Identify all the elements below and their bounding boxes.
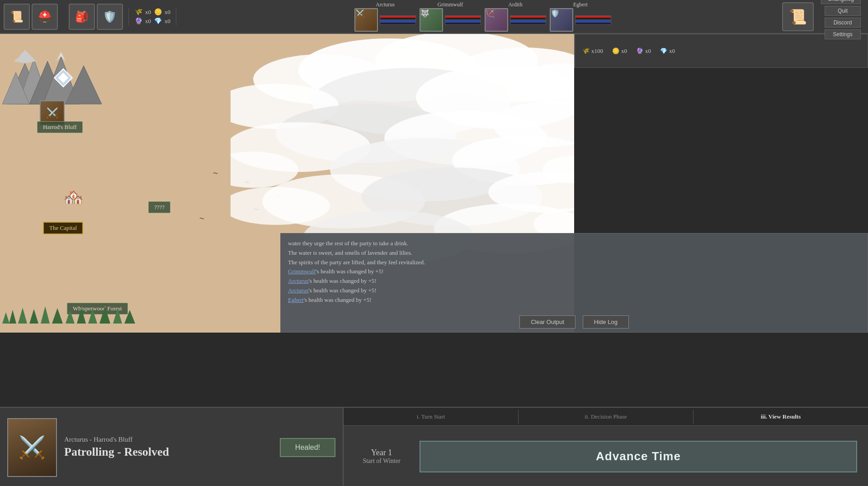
- egbert-mp-blue: [576, 21, 611, 23]
- bottom-char-dash: -: [90, 436, 94, 443]
- bird-3: 〜: [254, 206, 259, 214]
- forest-svg: [0, 283, 181, 328]
- capital-label[interactable]: The Capital: [43, 222, 83, 234]
- changelog-button[interactable]: Changelog: [821, 0, 861, 4]
- settings-button[interactable]: Settings: [825, 29, 861, 39]
- discord-button[interactable]: Discord: [825, 18, 861, 28]
- ardith-row: 🏹: [485, 8, 546, 32]
- log-line-4: Grimmwulf's health was changed by +5!: [288, 267, 860, 276]
- scroll-icon-btn[interactable]: 📜: [782, 2, 814, 31]
- bird-1: 〜: [213, 170, 218, 178]
- svg-marker-16: [99, 306, 110, 324]
- character-card-grimmwulf[interactable]: Grimmwulf 🐺: [420, 1, 481, 32]
- log-content: water they urge the rest of the party to…: [281, 233, 868, 312]
- log-panel: water they urge the rest of the party to…: [280, 233, 868, 333]
- hide-log-button[interactable]: Hide Log: [583, 315, 629, 329]
- egbert-link[interactable]: Egbert: [288, 296, 304, 303]
- bag-icon-btn[interactable]: 🎒: [69, 4, 95, 30]
- phase-bar: i. Turn Start ii. Decision Phase iii. Vi…: [344, 408, 868, 426]
- egbert-row: 🛡️: [550, 8, 611, 32]
- map-res-mana: 🔮 x0: [636, 48, 651, 55]
- phase-turn-start: i. Turn Start: [344, 410, 519, 424]
- arcturus-link-1[interactable]: Arcturus: [288, 277, 309, 284]
- forest-decoration: [0, 283, 181, 328]
- map-res-gold: 🪙 x0: [612, 48, 627, 55]
- grimmwulf-link[interactable]: Grimmwulf: [288, 268, 316, 275]
- arcturus-link-2[interactable]: Arcturus: [288, 287, 309, 294]
- top-bar-left: 📜 ⛑️ 🎒 🛡️ 🌾 x0 🪙 x0 🔮 x0 💎 x0: [0, 4, 184, 30]
- clear-output-button[interactable]: Clear Output: [519, 315, 576, 329]
- bottom-char-loc: Harrod's Bluff: [94, 436, 132, 443]
- grimmwulf-mp-blue: [445, 21, 481, 23]
- unknown-location-marker[interactable]: ????: [148, 201, 170, 213]
- svg-marker-12: [52, 308, 63, 324]
- bottom-left: ⚔️ Arcturus - Harrod's Bluff Patrolling …: [0, 408, 344, 486]
- map-mana-value: x0: [645, 48, 651, 55]
- svg-point-26: [231, 84, 339, 129]
- grimmwulf-emoji: 🐺: [420, 10, 429, 17]
- egbert-name: Egbert: [573, 1, 588, 8]
- bottom-right: i. Turn Start ii. Decision Phase iii. Vi…: [344, 408, 868, 486]
- gold-icon: 🪙: [154, 8, 162, 16]
- log-line-5: Arcturus's health was changed by +5!: [288, 276, 860, 286]
- settlement-icon: 🏘️: [63, 188, 84, 207]
- ardith-healthbars: [510, 15, 546, 25]
- arcturus-row: ⚔️: [354, 8, 416, 32]
- turn-season: Start of Winter: [354, 457, 409, 465]
- healed-button[interactable]: Healed!: [280, 438, 335, 457]
- advance-time-button[interactable]: Advance Time: [420, 441, 857, 472]
- grimmwulf-hp-bar: [445, 15, 481, 20]
- svg-marker-17: [113, 308, 122, 324]
- harrods-bluff-label[interactable]: Harrod's Bluff: [37, 121, 83, 133]
- svg-point-25: [416, 66, 574, 129]
- log-line-6: Arcturus's health was changed by +5!: [288, 286, 860, 295]
- map-grain-icon: 🌾: [582, 48, 590, 55]
- svg-point-34: [231, 152, 298, 188]
- ardith-emoji: 🏹: [486, 10, 495, 17]
- character-card-egbert[interactable]: Egbert 🛡️: [550, 1, 611, 32]
- svg-point-29: [384, 111, 547, 165]
- arcturus-name: Arcturus: [376, 1, 395, 8]
- svg-marker-13: [66, 310, 75, 324]
- grain-icon: 🌾: [134, 8, 142, 16]
- gold-value: x0: [165, 9, 170, 16]
- ardith-mp-blue: [510, 21, 546, 23]
- egbert-healthbars: [575, 15, 611, 25]
- svg-point-37: [362, 167, 542, 226]
- phase-view-results: iii. View Results: [693, 410, 868, 424]
- svg-point-36: [262, 174, 425, 229]
- svg-marker-10: [29, 309, 38, 324]
- journal-icon-btn[interactable]: 📜: [4, 4, 30, 30]
- gem-value: x0: [165, 18, 170, 25]
- helmet-icon-btn[interactable]: ⛑️: [32, 4, 58, 30]
- character-bar: Arcturus ⚔️ Grimmwulf: [184, 1, 782, 32]
- bird-2: 〜: [245, 179, 250, 187]
- bottom-action: Patrolling - Resolved: [64, 445, 273, 459]
- shield-icon-btn[interactable]: 🛡️: [97, 4, 123, 30]
- grain-value: x0: [145, 9, 151, 16]
- diamond-inner: [58, 73, 69, 83]
- resource-row-2: 🔮 x0 💎 x0: [134, 17, 170, 25]
- egbert-portrait: 🛡️: [550, 8, 573, 32]
- bottom-char-name: Arcturus: [64, 436, 88, 443]
- ardith-name: Ardith: [508, 1, 522, 8]
- log-line-7: Egbert's health was changed by +5!: [288, 295, 860, 305]
- grimmwulf-name: Grimmwulf: [438, 1, 463, 8]
- character-card-ardith[interactable]: Ardith 🏹: [485, 1, 546, 32]
- gem-icon: 💎: [154, 17, 162, 25]
- arcturus-portrait: ⚔️: [354, 8, 378, 32]
- bottom-bar: ⚔️ Arcturus - Harrod's Bluff Patrolling …: [0, 407, 868, 486]
- arcturus-healthbars: [380, 15, 416, 25]
- svg-marker-19: [2, 312, 9, 324]
- bottom-portrait: ⚔️: [7, 418, 57, 477]
- svg-marker-2: [14, 50, 36, 63]
- egbert-hp-red: [576, 16, 611, 18]
- egbert-emoji: 🛡️: [551, 10, 560, 17]
- svg-point-22: [452, 48, 574, 102]
- resource-panel: 🌾 x0 🪙 x0 🔮 x0 💎 x0: [128, 8, 176, 25]
- svg-point-23: [253, 54, 389, 104]
- mana-value: x0: [145, 18, 151, 25]
- character-card-arcturus[interactable]: Arcturus ⚔️: [354, 1, 416, 32]
- top-bar-right-buttons: Changelog Quit Discord Settings: [817, 0, 864, 39]
- quit-button[interactable]: Quit: [825, 6, 861, 16]
